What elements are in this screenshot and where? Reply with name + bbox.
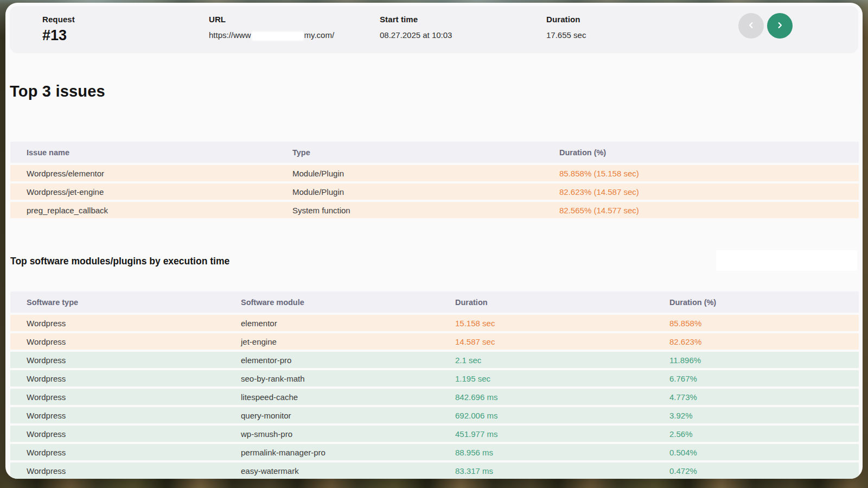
software-module-cell: query-monitor [225,411,439,420]
duration-label: Duration [546,15,586,24]
url-prefix: https://www [209,30,251,40]
top-issues-table: Issue name Type Duration (%) Wordpress/e… [10,142,859,218]
modules-table-header: Software type Software module Duration D… [10,291,859,313]
modules-table-body: Wordpress elementor 15.158 sec 85.858% W… [10,315,859,479]
duration-cell: 692.006 ms [439,411,653,420]
url-label: URL [209,15,334,24]
software-type-cell: Wordpress [10,392,225,402]
url-value: https://wwwmy.com/ [209,30,334,41]
duration-pct-cell: 0.504% [653,448,859,457]
report-card: Request #13 URL https://wwwmy.com/ Start… [5,3,863,479]
chevron-right-icon [776,21,784,31]
start-time-value: 08.27.2025 at 10:03 [380,30,452,40]
software-module-cell: permalink-manager-pro [225,448,439,457]
request-column: Request #13 [42,15,75,44]
url-redacted-segment [252,31,304,41]
issue-duration-pct-cell: 82.623% (14.587 sec) [543,187,859,197]
software-type-cell: Wordpress [10,374,225,383]
next-request-button[interactable] [767,13,793,39]
duration-value: 17.655 sec [546,30,586,40]
request-summary-bar: Request #13 URL https://wwwmy.com/ Start… [10,6,858,53]
duration-cell: 842.696 ms [439,392,653,402]
column-header-duration-pct: Duration (%) [543,148,859,157]
table-row[interactable]: Wordpress litespeed-cache 842.696 ms 4.7… [10,389,859,405]
table-row[interactable]: Wordpress/elementor Module/Plugin 85.858… [10,165,859,181]
software-module-cell: jet-engine [225,337,439,346]
duration-cell: 88.956 ms [439,448,653,457]
software-type-cell: Wordpress [10,448,225,457]
chevron-left-icon [747,21,755,31]
software-module-cell: easy-watermark [225,466,439,476]
issue-duration-pct-cell: 82.565% (14.577 sec) [543,206,859,215]
issue-type-cell: Module/Plugin [276,187,543,197]
software-module-cell: litespeed-cache [225,392,439,402]
table-row[interactable]: Wordpress elementor 15.158 sec 85.858% [10,315,859,331]
issue-name-cell: preg_replace_callback [10,206,276,215]
request-number: #13 [42,27,75,44]
duration-pct-cell: 6.767% [653,374,859,383]
column-header-issue-name: Issue name [10,148,276,157]
duration-cell: 2.1 sec [439,356,653,365]
duration-column: Duration 17.655 sec [546,15,586,40]
top-modules-title: Top software modules/plugins by executio… [10,256,229,267]
table-row[interactable]: Wordpress jet-engine 14.587 sec 82.623% [10,333,859,350]
table-row[interactable]: Wordpress query-monitor 692.006 ms 3.92% [10,407,859,423]
issue-name-cell: Wordpress/jet-engine [10,187,276,197]
table-row[interactable]: Wordpress easy-watermark 83.317 ms 0.472… [10,462,859,479]
software-type-cell: Wordpress [10,429,225,439]
issue-type-cell: System function [276,206,543,215]
table-row[interactable]: Wordpress wp-smush-pro 451.977 ms 2.56% [10,426,859,442]
column-header-duration-pct: Duration (%) [653,298,859,307]
start-time-column: Start time 08.27.2025 at 10:03 [380,15,452,40]
duration-cell: 451.977 ms [439,429,653,439]
modules-table: Software type Software module Duration D… [10,291,859,479]
duration-pct-cell: 82.623% [653,337,859,346]
url-suffix: my.com/ [304,30,335,40]
url-column: URL https://wwwmy.com/ [209,15,334,41]
duration-cell: 14.587 sec [439,337,653,346]
software-type-cell: Wordpress [10,337,225,346]
software-module-cell: elementor-pro [225,356,439,365]
duration-pct-cell: 2.56% [653,429,859,439]
software-module-cell: elementor [225,319,439,328]
redacted-control [716,250,857,271]
table-row[interactable]: Wordpress permalink-manager-pro 88.956 m… [10,444,859,460]
software-module-cell: seo-by-rank-math [225,374,439,383]
request-label: Request [42,15,75,24]
software-type-cell: Wordpress [10,319,225,328]
table-row[interactable]: Wordpress elementor-pro 2.1 sec 11.896% [10,352,859,368]
duration-cell: 15.158 sec [439,319,653,328]
previous-request-button[interactable] [738,13,764,39]
duration-pct-cell: 4.773% [653,392,859,402]
start-time-label: Start time [380,15,452,24]
duration-pct-cell: 85.858% [653,319,859,328]
software-module-cell: wp-smush-pro [225,429,439,439]
column-header-type: Type [276,148,543,157]
duration-cell: 83.317 ms [439,466,653,476]
table-row[interactable]: Wordpress/jet-engine Module/Plugin 82.62… [10,183,859,200]
table-row[interactable]: Wordpress seo-by-rank-math 1.195 sec 6.7… [10,370,859,386]
issue-name-cell: Wordpress/elementor [10,169,276,178]
duration-pct-cell: 0.472% [653,466,859,476]
software-type-cell: Wordpress [10,466,225,476]
software-type-cell: Wordpress [10,411,225,420]
duration-cell: 1.195 sec [439,374,653,383]
issue-type-cell: Module/Plugin [276,169,543,178]
column-header-duration: Duration [439,298,653,307]
column-header-software-type: Software type [10,298,225,307]
column-header-software-module: Software module [225,298,439,307]
duration-pct-cell: 3.92% [653,411,859,420]
issues-table-header: Issue name Type Duration (%) [10,142,859,163]
software-type-cell: Wordpress [10,356,225,365]
issue-duration-pct-cell: 85.858% (15.158 sec) [543,169,859,178]
top-issues-title: Top 3 issues [10,83,105,100]
table-row[interactable]: preg_replace_callback System function 82… [10,202,859,218]
issues-table-body: Wordpress/elementor Module/Plugin 85.858… [10,165,859,218]
duration-pct-cell: 11.896% [653,356,859,365]
